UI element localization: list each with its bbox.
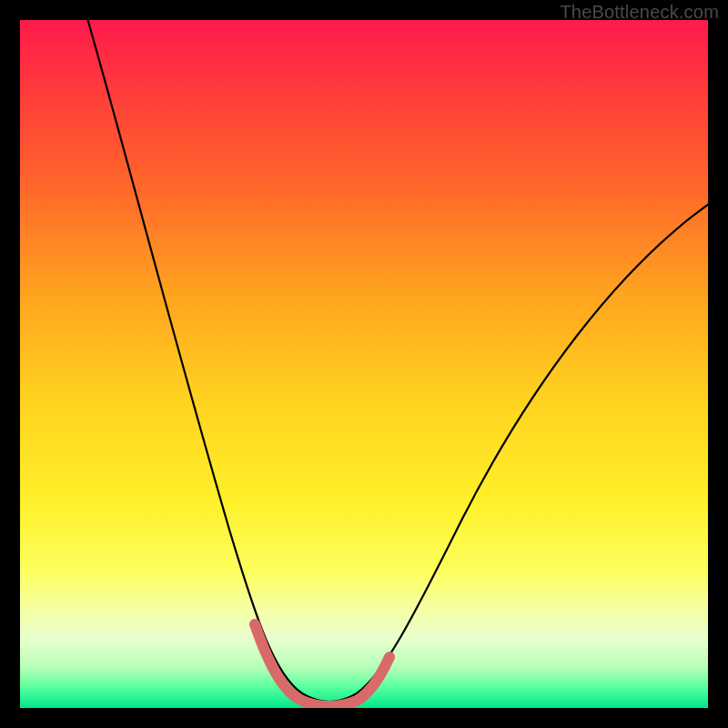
chart-frame: TheBottleneck.com — [0, 0, 728, 728]
valley-highlight-line — [255, 624, 389, 706]
plot-area — [20, 20, 708, 708]
bottleneck-curve-line — [77, 20, 708, 702]
curve-svg — [20, 20, 708, 708]
